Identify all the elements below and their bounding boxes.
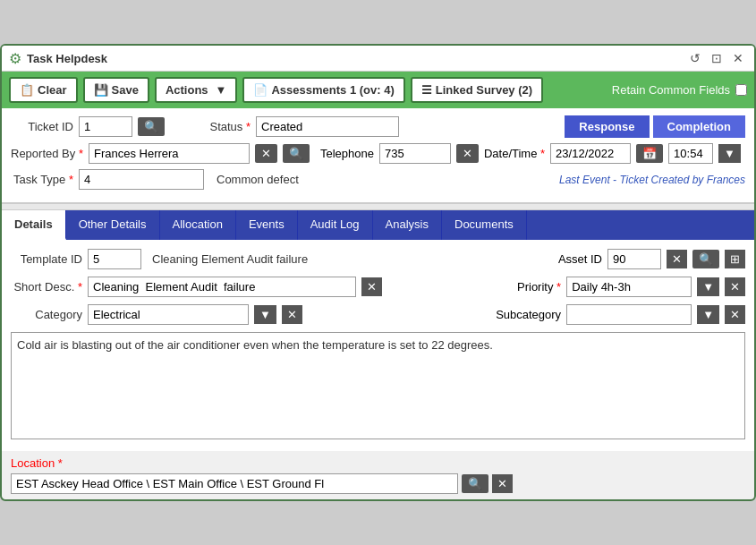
tab-details[interactable]: Details: [2, 210, 66, 240]
reported-by-clear-button[interactable]: ✕: [255, 144, 277, 163]
tab-events-label: Events: [249, 217, 285, 231]
linked-survey-button[interactable]: ☰ Linked Survey (2): [411, 77, 543, 103]
telephone-input[interactable]: [379, 143, 451, 164]
category-label: Category: [11, 308, 82, 321]
asset-id-input[interactable]: [607, 249, 661, 269]
asset-search-button[interactable]: 🔍: [692, 250, 719, 268]
tab-other-details[interactable]: Other Details: [66, 210, 160, 240]
tab-other-details-label: Other Details: [79, 217, 147, 231]
resize-button[interactable]: ⊡: [708, 49, 726, 67]
template-id-label: Template ID: [11, 252, 82, 266]
tab-audit-log[interactable]: Audit Log: [298, 210, 373, 240]
asset-clear-button[interactable]: ✕: [667, 250, 687, 268]
short-desc-input[interactable]: [88, 277, 356, 297]
date-input[interactable]: [550, 143, 631, 164]
save-button[interactable]: 💾 Save: [83, 77, 149, 103]
status-input[interactable]: [256, 116, 399, 137]
ticket-id-label: Ticket ID: [11, 120, 73, 133]
subcategory-clear-button[interactable]: ✕: [725, 305, 745, 324]
reported-by-row: Reported By ✕ 🔍 Telephone ✕ Date/Time * …: [11, 143, 745, 164]
reported-by-search-button[interactable]: 🔍: [283, 144, 310, 163]
category-input[interactable]: [88, 304, 249, 325]
response-button[interactable]: Response: [565, 115, 649, 138]
task-type-desc: Common defect: [217, 173, 299, 186]
actions-dropdown-icon: ▼: [216, 83, 227, 97]
description-container: Cold air is blasting out of the air cond…: [11, 332, 745, 442]
save-icon: 💾: [94, 83, 108, 97]
category-clear-button[interactable]: ✕: [282, 305, 302, 324]
short-desc-label: Short Desc.: [11, 280, 82, 294]
ticket-search-button[interactable]: 🔍: [138, 117, 165, 136]
description-textarea[interactable]: Cold air is blasting out of the air cond…: [11, 332, 745, 439]
ticket-id-input[interactable]: [79, 116, 132, 137]
tab-documents-label: Documents: [454, 217, 514, 231]
clear-button[interactable]: 📋 Clear: [9, 77, 78, 103]
task-type-label: Task Type: [11, 173, 73, 186]
retain-fields-container: Retain Common Fields: [612, 83, 747, 97]
template-desc: Cleaning Element Audit failure: [152, 252, 308, 266]
close-button[interactable]: ✕: [729, 49, 747, 67]
telephone-label: Telephone: [320, 147, 374, 160]
section-divider: [2, 203, 754, 210]
toolbar: 📋 Clear 💾 Save Actions ▼ 📄 Assessments 1…: [2, 72, 754, 108]
tab-analysis-label: Analysis: [386, 217, 429, 231]
ticket-status-row: Ticket ID 🔍 Status * Response Completion: [11, 115, 745, 138]
tab-analysis[interactable]: Analysis: [373, 210, 442, 240]
save-label: Save: [112, 83, 139, 97]
subcategory-input[interactable]: [566, 304, 692, 325]
assessments-icon: 📄: [253, 83, 268, 97]
status-label: Status *: [188, 120, 251, 133]
assessments-button[interactable]: 📄 Assessments 1 (ov: 4): [242, 77, 404, 103]
tab-events[interactable]: Events: [236, 210, 298, 240]
asset-id-label: Asset ID: [558, 252, 602, 266]
time-dropdown-button[interactable]: ▼: [718, 144, 741, 163]
priority-dropdown-button[interactable]: ▼: [697, 277, 719, 296]
priority-label: Priority *: [517, 280, 561, 294]
priority-clear-button[interactable]: ✕: [725, 277, 745, 296]
title-bar-left: ⚙ Task Helpdesk: [9, 50, 107, 67]
survey-icon: ☰: [421, 83, 432, 97]
clear-icon: 📋: [20, 83, 34, 97]
category-dropdown-button[interactable]: ▼: [254, 305, 276, 324]
location-input[interactable]: [11, 473, 458, 494]
short-desc-clear-button[interactable]: ✕: [361, 277, 382, 296]
actions-button[interactable]: Actions ▼: [155, 77, 238, 103]
tab-audit-log-label: Audit Log: [310, 217, 360, 231]
location-row: 🔍 ✕: [11, 473, 745, 494]
retain-fields-checkbox[interactable]: [735, 84, 747, 96]
time-input[interactable]: [668, 143, 713, 164]
retain-fields-label: Retain Common Fields: [612, 83, 730, 97]
location-clear-button[interactable]: ✕: [492, 474, 513, 493]
datetime-label: Date/Time *: [484, 147, 545, 160]
location-search-button[interactable]: 🔍: [462, 474, 488, 493]
priority-input[interactable]: [566, 277, 692, 297]
completion-button[interactable]: Completion: [653, 115, 746, 138]
short-desc-priority-row: Short Desc. ✕ Priority * ▼ ✕: [11, 277, 745, 297]
location-section: Location * 🔍 ✕: [2, 451, 754, 499]
template-id-input[interactable]: [88, 249, 141, 269]
refresh-button[interactable]: ↺: [686, 49, 704, 67]
subcategory-dropdown-button[interactable]: ▼: [697, 305, 719, 324]
calendar-button[interactable]: 📅: [636, 144, 663, 163]
assessments-label: Assessments 1 (ov: 4): [271, 83, 394, 97]
response-completion-group: Response Completion: [565, 115, 745, 138]
tab-content-details: Template ID Cleaning Element Audit failu…: [2, 240, 754, 451]
clear-label: Clear: [38, 83, 67, 97]
tab-allocation-label: Allocation: [173, 217, 223, 231]
tabs-bar: Details Other Details Allocation Events …: [2, 210, 754, 240]
reported-by-label: Reported By: [11, 147, 83, 160]
main-window: ⚙ Task Helpdesk ↺ ⊡ ✕ 📋 Clear 💾 Save Act…: [0, 44, 756, 501]
window-title: Task Helpdesk: [27, 52, 107, 65]
task-type-row: Task Type Common defect Last Event - Tic…: [11, 169, 745, 190]
reported-by-input[interactable]: [89, 143, 250, 164]
telephone-clear-button[interactable]: ✕: [456, 144, 479, 163]
template-asset-row: Template ID Cleaning Element Audit failu…: [11, 249, 745, 269]
asset-grid-button[interactable]: ⊞: [725, 250, 745, 268]
app-icon: ⚙: [9, 50, 21, 67]
title-bar: ⚙ Task Helpdesk ↺ ⊡ ✕: [2, 46, 754, 72]
tab-allocation[interactable]: Allocation: [160, 210, 236, 240]
location-label: Location *: [11, 456, 745, 470]
task-type-input[interactable]: [79, 169, 204, 190]
actions-label: Actions: [166, 83, 208, 97]
tab-documents[interactable]: Documents: [442, 210, 527, 240]
